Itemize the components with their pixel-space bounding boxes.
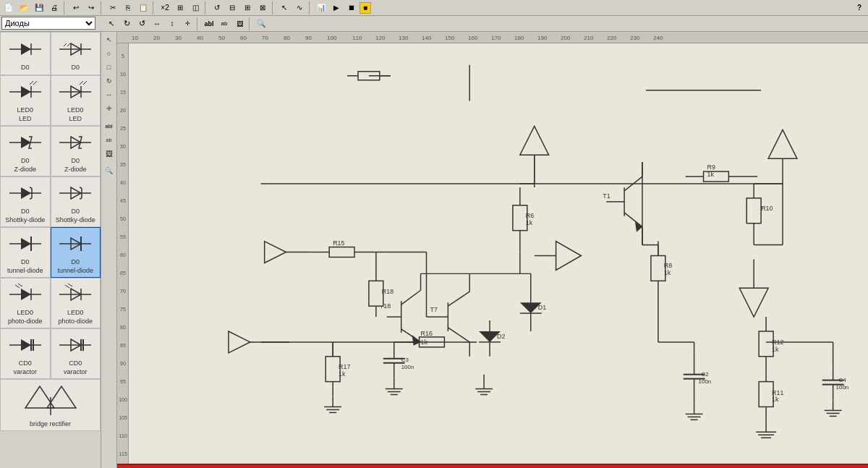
redo-button[interactable]: ↪ [84, 1, 98, 15]
save-button[interactable]: 💾 [32, 1, 46, 15]
schematic-diagram[interactable]: R6 1k R15 T7 [129, 43, 868, 468]
comp-photo-2[interactable]: LED0 photo-diode [51, 278, 101, 328]
svg-rect-120 [513, 205, 527, 231]
comp-varactor-1[interactable]: CD0 varactor [0, 328, 51, 379]
svg-line-16 [83, 81, 87, 85]
svg-rect-170 [651, 256, 665, 281]
comp-schottky-2[interactable]: D0 Shottky-diode [51, 176, 101, 227]
comp-label-t2: D0 [71, 258, 80, 265]
svg-text:100n: 100n [699, 378, 712, 385]
svg-text:70: 70 [120, 289, 126, 294]
header-row: Диоды Транзисторы Резисторы Конденсаторы… [0, 16, 868, 32]
tb-help[interactable]: ? [852, 1, 867, 15]
tool-img2[interactable]: 🖼 [103, 147, 116, 160]
varactor-symbol-2 [57, 332, 93, 358]
tool-mirror2[interactable]: ↔ [103, 88, 116, 101]
svg-rect-102 [145, 43, 851, 468]
tb-cursor[interactable]: ↖ [277, 1, 292, 15]
paste-button[interactable]: 📋 [136, 1, 150, 15]
svg-text:140: 140 [422, 35, 432, 41]
svg-text:95: 95 [120, 379, 126, 384]
main-area: D0 D0 [0, 32, 868, 468]
sep4 [205, 1, 208, 14]
comp-label-s2: D0 [71, 208, 80, 215]
tool-zoom2[interactable]: 🔍 [103, 164, 116, 177]
comp-varactor-2[interactable]: CD0 varactor [51, 328, 101, 379]
tb-extra2[interactable]: ⊞ [173, 1, 187, 15]
photo-svg-1 [8, 281, 43, 307]
tool-select[interactable]: ↖ [104, 17, 119, 31]
cut-button[interactable]: ✂ [106, 1, 120, 15]
tool-zoom-area[interactable]: 🔍 [254, 17, 268, 31]
category-select[interactable]: Диоды Транзисторы Резисторы Конденсаторы [1, 17, 95, 30]
comp-diode-2[interactable]: D0 [51, 32, 101, 75]
tool-rotate-cw[interactable]: ↻ [119, 17, 134, 31]
tool-abl[interactable]: abl [103, 119, 116, 132]
comp-label-p2: LED0 [67, 309, 84, 316]
schottky-symbol-2 [57, 180, 93, 206]
comp-led-1[interactable]: LED0 LED [0, 75, 51, 126]
tb-refresh[interactable]: ↺ [210, 1, 224, 15]
comp-tunnel-2[interactable]: D0 tunnel-diode [51, 227, 101, 278]
tool-mirror-h[interactable]: ↔ [150, 17, 164, 31]
tool-cursor[interactable]: ↖ [103, 33, 116, 46]
svg-text:160: 160 [468, 35, 478, 41]
varactor-svg-1 [8, 334, 43, 356]
comp-diode-1[interactable]: D0 [0, 32, 51, 75]
open-button[interactable]: 📂 [17, 1, 31, 15]
tool-ab[interactable]: ab [103, 133, 116, 146]
tool-text[interactable]: abl [202, 17, 216, 31]
tool-img[interactable]: 🖼 [232, 17, 247, 31]
tb-sim2[interactable]: ⏹ [344, 1, 359, 15]
comp-label-led1: LED0 [17, 106, 33, 114]
svg-text:120: 120 [375, 35, 386, 41]
svg-text:1k: 1k [772, 396, 779, 403]
tb-extra3[interactable]: ◫ [188, 1, 203, 15]
comp-tunnel-1[interactable]: D0 tunnel-diode [0, 227, 51, 278]
tb-extra1[interactable]: ×2 [158, 1, 172, 15]
sep3 [153, 1, 156, 14]
svg-text:R10: R10 [761, 205, 773, 212]
tb-grid2[interactable]: ⊞ [240, 1, 255, 15]
bottom-scrollbar[interactable] [117, 464, 868, 468]
svg-text:25: 25 [120, 126, 126, 131]
svg-text:220: 220 [607, 35, 617, 41]
svg-text:C2: C2 [702, 371, 710, 378]
new-button[interactable]: 📄 [1, 1, 16, 15]
undo-button[interactable]: ↩ [69, 1, 83, 15]
tool-move[interactable]: ✛ [180, 17, 195, 31]
comp-led-2[interactable]: LED0 LED [51, 75, 101, 126]
copy-button[interactable]: ⎘ [121, 1, 135, 15]
tool-rotate2[interactable]: ↻ [103, 75, 116, 88]
comp-zdiode-2[interactable]: D0 Z-diode [51, 126, 101, 176]
svg-rect-159 [326, 357, 340, 382]
tb-yellow[interactable]: ■ [359, 2, 371, 14]
tool-plus[interactable]: ✛ [103, 102, 116, 115]
svg-text:60: 60 [240, 35, 247, 41]
comp-sublabel-bridge: bridge rectifier [30, 420, 71, 427]
tb-grid3[interactable]: ⊠ [255, 1, 270, 15]
tool-circle[interactable]: ○ [103, 47, 116, 60]
svg-text:R6: R6 [526, 212, 534, 219]
comp-zdiode-1[interactable]: D0 Z-diode [0, 126, 51, 176]
zdiode-svg-2 [58, 132, 93, 153]
svg-text:10: 10 [132, 35, 138, 41]
svg-text:D2: D2 [497, 333, 505, 340]
tool-mirror-v[interactable]: ↕ [165, 17, 179, 31]
svg-text:55: 55 [120, 234, 126, 239]
tool-rect[interactable]: □ [103, 61, 116, 74]
tb-grid1[interactable]: ⊟ [225, 1, 239, 15]
category-bar: Диоды Транзисторы Резисторы Конденсаторы [0, 16, 101, 32]
tb-wire-mode[interactable]: ∿ [292, 1, 307, 15]
comp-label-p1: LED0 [17, 309, 33, 316]
print-button[interactable]: 🖨 [47, 1, 61, 15]
tb-oscope[interactable]: 📊 [314, 1, 328, 15]
tool-netlabel[interactable]: ab [217, 17, 231, 31]
tool-rotate-ccw[interactable]: ↺ [135, 17, 149, 31]
comp-bridge-1[interactable]: bridge rectifier [0, 379, 101, 431]
tb-sim[interactable]: ▶ [329, 1, 344, 15]
sep7 [197, 17, 200, 30]
svg-text:100: 100 [327, 35, 337, 41]
comp-photo-1[interactable]: LED0 photo-diode [0, 278, 51, 328]
comp-schottky-1[interactable]: D0 Shottky-diode [0, 176, 51, 227]
